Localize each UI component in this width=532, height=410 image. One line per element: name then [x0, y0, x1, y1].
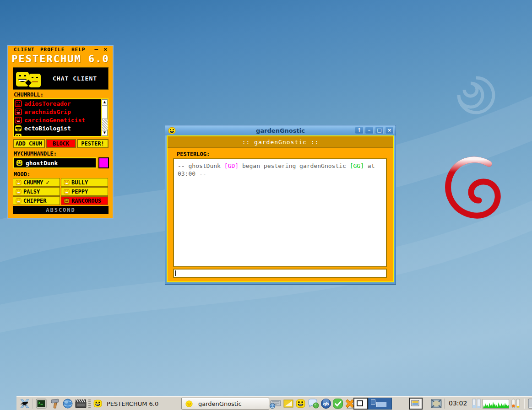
mood-button-label: CHUMMY	[23, 179, 43, 186]
workspace-2-active[interactable]	[368, 398, 392, 410]
chumroll-scrollbar[interactable]: ▲ ▼	[101, 99, 108, 136]
window-list-button[interactable]	[409, 398, 423, 410]
maximize-button[interactable]: □	[375, 127, 384, 134]
mood-bully-button[interactable]: BULLY	[61, 178, 108, 187]
chum-row-partial[interactable]	[14, 132, 108, 137]
separator	[444, 399, 445, 409]
log-handle-gg: [GG]	[350, 162, 364, 169]
qb-tray-icon[interactable]: qb	[320, 398, 331, 409]
pesterchum-tray-icon[interactable]	[296, 399, 305, 408]
message-input[interactable]	[173, 269, 387, 278]
chat-window: gardenGnostic ↑ – □ × :: gardenGnostic :…	[165, 125, 396, 285]
pesterchum-window: CLIENT PROFILE HELP – × PESTERCHUM 6.0 C…	[7, 45, 114, 219]
close-button[interactable]: ×	[385, 127, 394, 134]
chummy-mood-icon	[16, 180, 22, 185]
task-label: gardenGnostic	[198, 400, 242, 407]
mychumhandle-label: MYCHUMHANDLE:	[14, 151, 57, 157]
chum-name[interactable]: adiosToreador	[24, 100, 71, 107]
taskbar: PESTERCHUM 6.0 gardenGnostic qb	[16, 396, 532, 410]
pester-button[interactable]: PESTER!	[77, 139, 109, 148]
chum-name[interactable]: ectoBiologist	[24, 125, 71, 132]
scroll-thumb[interactable]	[102, 105, 108, 119]
menu-profile[interactable]: PROFILE	[40, 47, 65, 53]
pager-window	[357, 400, 363, 406]
chumroll-label: CHUMROLL:	[14, 92, 43, 98]
chum-faces-icon	[13, 69, 46, 88]
mood-palsy-button[interactable]: PALSY	[13, 187, 60, 196]
add-chum-button[interactable]: ADD CHUM	[13, 139, 45, 148]
mood-button-label: PALSY	[23, 189, 40, 195]
minimize-button[interactable]: –	[94, 46, 98, 53]
hammer-launcher-icon[interactable]	[49, 398, 60, 409]
scroll-up-button[interactable]: ▲	[102, 99, 108, 105]
chat-client-banner: CHAT CLIENT	[13, 67, 109, 90]
offline-mood-icon	[15, 100, 22, 107]
color-swatch-button[interactable]	[98, 157, 109, 168]
chum-row[interactable]: carcinoGeneticist	[14, 116, 108, 124]
check-tray-icon[interactable]	[332, 398, 343, 409]
mood-chipper-button[interactable]: CHIPPER	[13, 196, 60, 205]
separator	[524, 399, 524, 409]
mood-peppy-button[interactable]: PEPPY	[61, 187, 108, 196]
xorg-logo-icon[interactable]	[19, 398, 30, 409]
window-thumbnail-icon	[410, 399, 422, 409]
banner-label: CHAT CLIENT	[53, 75, 97, 82]
mood-rancorous-button[interactable]: RANCOROUS	[61, 196, 108, 205]
mood-button-label: CHIPPER	[23, 198, 47, 204]
mood-button-label: RANCOROUS	[71, 198, 101, 204]
handle-grip[interactable]	[88, 399, 91, 408]
check-icon: ✓	[46, 179, 49, 186]
task-label: PESTERCHUM 6.0	[107, 400, 158, 407]
gardengnostic-task-icon	[185, 400, 193, 407]
mood-label: MOOD:	[14, 171, 30, 178]
block-button[interactable]: BLOCK	[46, 139, 76, 148]
log-text: began pestering gardenGnostic	[239, 162, 350, 169]
scroll-track[interactable]	[102, 119, 108, 130]
mood-chummy-button[interactable]: CHUMMY ✓	[13, 178, 60, 187]
log-text: -- ghostDunk	[178, 162, 224, 169]
text-caret	[175, 270, 176, 276]
video-launcher-icon[interactable]	[75, 398, 87, 409]
pager-window	[371, 399, 375, 405]
scroll-down-button[interactable]: ▼	[102, 130, 108, 136]
shade-button[interactable]: ↑	[355, 127, 364, 134]
chum-row[interactable]: ectoBiologist	[14, 124, 108, 132]
pager-window	[376, 402, 386, 407]
workspace-1[interactable]	[353, 398, 368, 410]
chum-row[interactable]: arachnidsGrip	[14, 108, 108, 116]
menu-client[interactable]: CLIENT	[14, 47, 35, 53]
chat-titlebar[interactable]: gardenGnostic ↑ – □ ×	[165, 125, 396, 135]
screen-tray-icon[interactable]	[430, 398, 442, 409]
rancorous-mood-icon	[64, 198, 70, 204]
chum-row[interactable]: adiosToreador	[14, 99, 108, 108]
offline-mood-icon	[15, 117, 22, 124]
handle-field[interactable]: ghostDunk	[13, 157, 97, 168]
taskbar-item-pesterchum[interactable]: PESTERCHUM 6.0	[92, 398, 169, 410]
close-button[interactable]: ×	[103, 46, 107, 53]
offline-mood-icon	[15, 108, 22, 115]
clock[interactable]: 03:02	[449, 399, 467, 407]
pesterlog-label: PESTERLOG:	[177, 151, 210, 157]
log-handle-gd: [GD]	[224, 162, 239, 169]
menu-help[interactable]: HELP	[71, 47, 86, 53]
chumroll-list[interactable]: adiosToreador arachnidsGrip carcinoGenet…	[13, 98, 109, 137]
pesterlog-area[interactable]: -- ghostDunk [GD] began pestering garden…	[173, 158, 387, 267]
taskbar-item-gardengnostic[interactable]: gardenGnostic	[181, 398, 269, 410]
separator	[32, 399, 33, 409]
volume-sliders-icon[interactable]	[472, 399, 482, 410]
messenger-tray-icon[interactable]	[308, 398, 320, 409]
terminal-launcher-icon[interactable]	[36, 398, 47, 409]
logout-icon[interactable]	[527, 398, 532, 409]
chum-name[interactable]: carcinoGeneticist	[24, 117, 85, 124]
indicator-tubes-icon[interactable]	[511, 399, 521, 410]
network-monitor-graph[interactable]	[483, 399, 509, 409]
shades-mood-icon	[15, 125, 22, 132]
window-smiley-icon	[168, 127, 176, 135]
note-tray-icon[interactable]	[283, 398, 294, 409]
chum-name[interactable]: arachnidsGrip	[24, 108, 71, 115]
abscond-button[interactable]: ABSCOND	[13, 206, 109, 214]
minimize-button[interactable]: –	[365, 127, 374, 134]
mood-button-label: PEPPY	[71, 189, 88, 195]
web-browser-launcher-icon[interactable]	[62, 398, 73, 409]
keyboard-tray-icon[interactable]	[269, 398, 281, 409]
